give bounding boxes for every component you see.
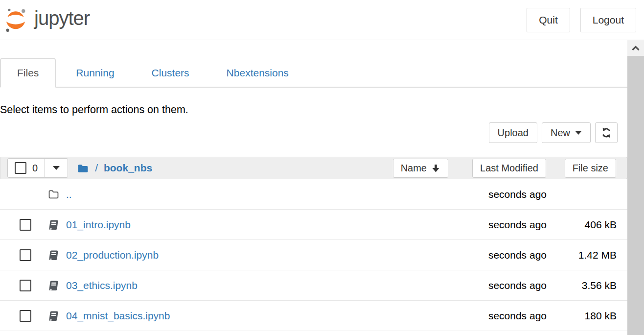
breadcrumb: / book_nbs — [77, 162, 393, 174]
select-all-group: 0 — [7, 158, 68, 178]
upload-button[interactable]: Upload — [489, 122, 537, 143]
select-filter-dropdown[interactable] — [45, 158, 68, 178]
row-checkbox[interactable] — [20, 219, 31, 231]
row-checkbox[interactable] — [20, 280, 31, 291]
sort-by-size-button[interactable]: File size — [565, 159, 616, 178]
scroll-up-button[interactable] — [627, 40, 644, 56]
file-list-header: 0 / book_nbs Name Last Modifie — [0, 157, 627, 179]
app-header: jupyter Quit Logout — [0, 0, 644, 40]
tab-bar: Files Running Clusters Nbextensions — [0, 58, 627, 88]
main-scroll-area: Files Running Clusters Nbextensions Sele… — [0, 40, 644, 335]
tab-nbextensions[interactable]: Nbextensions — [209, 58, 306, 87]
table-row: 01_intro.ipynb seconds ago 406 kB — [0, 210, 627, 240]
select-all-checkbox[interactable] — [15, 162, 26, 174]
sort-by-name-button[interactable]: Name — [393, 159, 448, 178]
jupyter-planet-icon — [4, 8, 27, 32]
jupyter-logo[interactable]: jupyter — [4, 7, 90, 32]
brand-text: jupyter — [34, 7, 90, 32]
notebook-icon — [47, 249, 59, 261]
size-label: 1.42 MB — [547, 249, 617, 261]
notebook-icon — [47, 310, 59, 322]
sort-name-label: Name — [401, 163, 427, 174]
tab-clusters[interactable]: Clusters — [135, 58, 207, 87]
table-row: 03_ethics.ipynb seconds ago 3.56 kB — [0, 270, 627, 301]
tab-running[interactable]: Running — [59, 58, 131, 87]
sort-by-modified-button[interactable]: Last Modified — [472, 159, 546, 178]
file-link[interactable]: 02_production.ipynb — [66, 249, 159, 261]
table-row: 04_mnist_basics.ipynb seconds ago 180 kB — [0, 301, 627, 331]
new-dropdown-label: New — [551, 127, 570, 139]
scrollbar-thumb[interactable] — [627, 56, 644, 335]
tab-files[interactable]: Files — [0, 58, 56, 88]
modified-label: seconds ago — [449, 219, 547, 231]
logout-button[interactable]: Logout — [580, 8, 636, 32]
select-items-notice: Select items to perform actions on them. — [0, 104, 627, 116]
table-row: 02_production.ipynb seconds ago 1.42 MB — [0, 240, 627, 270]
folder-icon[interactable] — [77, 162, 89, 174]
breadcrumb-separator: / — [95, 162, 98, 174]
refresh-icon — [600, 127, 612, 139]
notebook-icon — [47, 219, 59, 231]
file-toolbar: Upload New — [0, 122, 627, 143]
file-link[interactable]: 03_ethics.ipynb — [66, 280, 138, 291]
new-dropdown-button[interactable]: New — [542, 122, 591, 143]
file-link[interactable]: .. — [66, 189, 72, 200]
modified-label: seconds ago — [449, 310, 547, 322]
quit-button[interactable]: Quit — [527, 8, 570, 32]
file-list: .. seconds ago 01_intro.ipynb seconds ag… — [0, 179, 627, 331]
refresh-button[interactable] — [595, 122, 618, 143]
modified-label: seconds ago — [449, 249, 547, 261]
modified-label: seconds ago — [449, 189, 547, 200]
file-link[interactable]: 04_mnist_basics.ipynb — [66, 310, 170, 321]
row-checkbox[interactable] — [20, 249, 31, 261]
modified-label: seconds ago — [449, 280, 547, 291]
arrow-down-icon — [431, 164, 440, 173]
selected-count: 0 — [32, 163, 38, 174]
chevron-up-icon — [631, 46, 640, 51]
folder-outline-icon — [47, 188, 60, 200]
file-link[interactable]: 01_intro.ipynb — [66, 219, 131, 230]
breadcrumb-current-folder[interactable]: book_nbs — [104, 162, 152, 174]
chevron-down-icon — [53, 166, 60, 170]
chevron-down-icon — [575, 131, 582, 135]
size-label: 3.56 kB — [547, 280, 617, 291]
select-all-button[interactable]: 0 — [7, 158, 45, 178]
vertical-scrollbar[interactable] — [627, 40, 644, 335]
size-label: 180 kB — [547, 310, 617, 322]
row-checkbox[interactable] — [20, 310, 31, 322]
table-row: .. seconds ago — [0, 179, 627, 210]
size-label: 406 kB — [547, 219, 617, 231]
notebook-icon — [47, 280, 59, 291]
